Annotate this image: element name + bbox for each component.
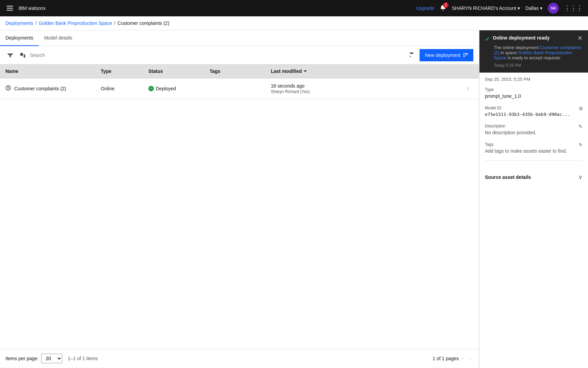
app-switcher-icon[interactable]: ⋮⋮⋮ bbox=[564, 4, 583, 12]
tab-deployments[interactable]: Deployments bbox=[0, 30, 39, 46]
status-deployed-icon bbox=[148, 86, 154, 91]
online-deployment-icon bbox=[5, 85, 11, 92]
detail-model-id-value: e75e1511-93b3-435b-beb9-d90ac... bbox=[485, 112, 570, 117]
detail-model-id-section: Model ID e75e1511-93b3-435b-beb9-d90ac..… bbox=[485, 106, 583, 117]
breadcrumb-current: Customer complaints (2) bbox=[117, 20, 169, 26]
breadcrumb-sep-2: / bbox=[114, 20, 115, 26]
cell-name: Customer complaints (2) bbox=[0, 78, 95, 99]
detail-type-label: Type bbox=[485, 87, 583, 92]
nav-right: Upgrade 2 SHARYN RICHARD's Account ▾ Dal… bbox=[416, 3, 583, 14]
detail-tags-section: Tags ✎ Add tags to make assets easier to… bbox=[485, 142, 583, 154]
modified-user: Sharyn Richard (You) bbox=[271, 89, 452, 94]
right-panel: ✔ Online deployment ready ✕ The online d… bbox=[479, 30, 588, 368]
table-container: Name Type Status Tags Last modified bbox=[0, 64, 479, 349]
brand-logo: IBM watsonx bbox=[18, 5, 46, 11]
left-panel: Deployments Model details bbox=[0, 30, 479, 368]
breadcrumb-sep-1: / bbox=[35, 20, 37, 26]
modified-time: 16 seconds ago bbox=[271, 83, 452, 89]
toast-body: The online deployment Customer complaint… bbox=[485, 45, 583, 60]
col-header-name: Name bbox=[0, 64, 95, 78]
page-navigation: 1 of 1 pages ‹ › bbox=[432, 353, 473, 364]
col-header-type: Type bbox=[95, 64, 143, 78]
col-header-actions bbox=[458, 64, 479, 78]
items-per-page-label: Items per page: bbox=[5, 356, 38, 361]
deployment-name[interactable]: Customer complaints (2) bbox=[14, 86, 66, 91]
source-asset-title: Source asset details bbox=[485, 174, 531, 180]
region-selector[interactable]: Dallas ▾ bbox=[525, 5, 542, 11]
row-overflow-menu[interactable]: ⋮ bbox=[463, 85, 473, 93]
toast-header: ✔ Online deployment ready ✕ bbox=[485, 35, 583, 43]
nav-left: IBM watsonx bbox=[5, 4, 412, 12]
detail-tags-value: Add tags to make assets easier to find. bbox=[485, 148, 583, 154]
copy-model-id-icon[interactable]: ⧉ bbox=[579, 106, 583, 111]
items-per-page-select[interactable]: 20 50 100 bbox=[41, 354, 62, 363]
search-input[interactable] bbox=[30, 52, 98, 58]
notification-icon[interactable]: 2 bbox=[440, 4, 446, 12]
hamburger-menu[interactable] bbox=[5, 4, 14, 12]
cell-tags bbox=[204, 78, 265, 99]
chevron-down-icon: ∨ bbox=[578, 174, 583, 180]
edit-description-icon[interactable]: ✎ bbox=[578, 124, 583, 129]
avatar[interactable]: SR bbox=[548, 3, 559, 14]
cell-modified: 16 seconds ago Sharyn Richard (You) bbox=[265, 78, 458, 99]
detail-tags-row: Tags ✎ bbox=[485, 142, 583, 148]
edit-tags-icon[interactable]: ✎ bbox=[578, 142, 583, 148]
detail-type-value: prompt_tune_1.0 bbox=[485, 93, 583, 99]
account-selector[interactable]: SHARYN RICHARD's Account ▾ bbox=[452, 5, 520, 11]
tab-model-details[interactable]: Model details bbox=[39, 30, 78, 46]
next-page-button[interactable]: › bbox=[468, 353, 473, 364]
main-container: Deployments Model details bbox=[0, 30, 588, 368]
pagination: Items per page: 20 50 100 1–1 of 1 items… bbox=[0, 349, 479, 368]
search-icon[interactable] bbox=[18, 50, 27, 60]
divider bbox=[485, 160, 583, 161]
col-header-status: Status bbox=[143, 64, 204, 78]
prev-page-button[interactable]: ‹ bbox=[460, 353, 466, 364]
source-asset-section: Source asset details ∨ bbox=[479, 169, 588, 190]
upgrade-button[interactable]: Upgrade bbox=[416, 5, 434, 11]
detail-model-id-label: Model ID bbox=[485, 106, 570, 110]
top-navigation: IBM watsonx Upgrade 2 SHARYN RICHARD's A… bbox=[0, 0, 588, 16]
toast-success-icon: ✔ bbox=[485, 35, 490, 43]
deployments-table: Name Type Status Tags Last modified bbox=[0, 64, 479, 99]
cell-status: Deployed bbox=[143, 78, 204, 99]
items-count: 1–1 of 1 items bbox=[68, 356, 98, 361]
refresh-button[interactable] bbox=[407, 50, 417, 60]
detail-description-value: No description provided. bbox=[485, 130, 583, 135]
table-header-row: Name Type Status Tags Last modified bbox=[0, 64, 479, 78]
status-label: Deployed bbox=[156, 86, 176, 91]
col-header-last-modified[interactable]: Last modified bbox=[265, 64, 458, 78]
table-row: Customer complaints (2) Online Deployed bbox=[0, 78, 479, 99]
detail-description-row: Description ✎ bbox=[485, 124, 583, 130]
new-deployment-button[interactable]: New deployment bbox=[420, 49, 473, 61]
breadcrumb-space[interactable]: Golden Bank Preproduction Space bbox=[39, 20, 112, 26]
notification-badge: 2 bbox=[443, 2, 448, 8]
toast-notification: ✔ Online deployment ready ✕ The online d… bbox=[479, 30, 588, 73]
tabs: Deployments Model details bbox=[0, 30, 479, 46]
source-asset-header[interactable]: Source asset details ∨ bbox=[485, 169, 583, 185]
toast-time: Today 5:26 PM bbox=[485, 63, 583, 68]
detail-tags-label: Tags bbox=[485, 142, 493, 147]
cell-row-actions[interactable]: ⋮ bbox=[458, 78, 479, 99]
items-per-page: Items per page: 20 50 100 bbox=[5, 354, 62, 363]
toolbar: New deployment bbox=[0, 46, 479, 64]
detail-description-label: Description bbox=[485, 124, 505, 128]
breadcrumb: Deployments / Golden Bank Preproduction … bbox=[0, 16, 588, 30]
cell-type: Online bbox=[95, 78, 143, 99]
breadcrumb-deployments[interactable]: Deployments bbox=[5, 20, 33, 26]
detail-model-id-row: Model ID e75e1511-93b3-435b-beb9-d90ac..… bbox=[485, 106, 583, 117]
page-info: 1 of 1 pages bbox=[432, 356, 459, 361]
detail-description-section: Description ✎ No description provided. bbox=[485, 124, 583, 135]
filter-icon[interactable] bbox=[5, 50, 15, 60]
col-header-tags: Tags bbox=[204, 64, 265, 78]
detail-model-id-label-group: Model ID e75e1511-93b3-435b-beb9-d90ac..… bbox=[485, 106, 570, 117]
toast-close-button[interactable]: ✕ bbox=[577, 35, 583, 41]
toast-title: Online deployment ready bbox=[493, 35, 575, 41]
detail-type-section: Type prompt_tune_1.0 bbox=[485, 87, 583, 99]
